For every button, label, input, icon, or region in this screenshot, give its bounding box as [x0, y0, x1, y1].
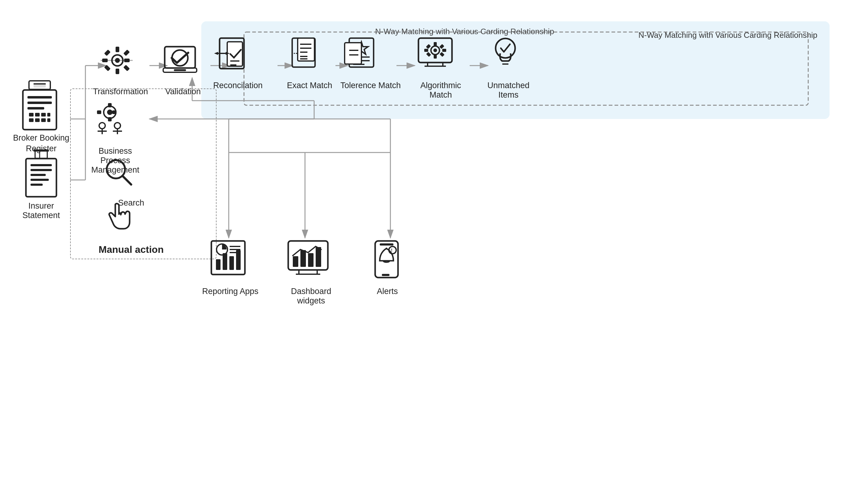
- svg-rect-94: [424, 49, 428, 52]
- svg-rect-44: [31, 179, 49, 181]
- manual-action-label: Manual action: [98, 244, 165, 255]
- nway-title-text: N-Way Matching with Various Carding Rela…: [375, 27, 554, 36]
- insurer-text: Insurer Statement: [11, 201, 72, 220]
- reconciliation-label: Reconcilation: [211, 81, 265, 90]
- insurer-label: Insurer Statement: [11, 201, 72, 220]
- exact-match-text: Exact Match: [287, 81, 333, 90]
- svg-point-91: [433, 49, 437, 52]
- search-text: Search: [118, 198, 144, 208]
- alerts-icon: !: [375, 241, 398, 278]
- reconciliation-icon: [214, 38, 244, 69]
- svg-rect-56: [123, 50, 130, 56]
- svg-rect-92: [434, 42, 437, 46]
- svg-rect-36: [29, 118, 34, 122]
- svg-rect-38: [41, 118, 46, 122]
- svg-rect-134: [380, 243, 394, 246]
- insurer-icon: [26, 149, 56, 197]
- svg-rect-119: [223, 253, 227, 270]
- svg-rect-93: [434, 55, 437, 59]
- reporting-apps-label: Reporting Apps: [200, 287, 261, 296]
- reporting-text: Reporting Apps: [202, 287, 259, 296]
- broker-text: Broker Booking Register: [11, 133, 72, 154]
- svg-rect-26: [27, 96, 52, 98]
- unmatched-items-text: Unmatched Items: [484, 81, 533, 100]
- dashboard-icon: [288, 241, 328, 274]
- svg-rect-107: [97, 111, 101, 114]
- bpm-label: Business Process Management: [85, 146, 146, 175]
- svg-point-109: [99, 123, 105, 129]
- svg-rect-27: [27, 101, 52, 104]
- svg-point-63: [172, 50, 188, 66]
- diagram-container: N-Way Matching with Various Carding Rela…: [0, 0, 868, 488]
- validation-icon: [163, 47, 197, 72]
- svg-rect-42: [31, 169, 52, 171]
- svg-rect-135: [382, 274, 390, 276]
- search-label: Search: [113, 198, 150, 208]
- svg-point-100: [496, 38, 515, 58]
- svg-rect-97: [439, 44, 444, 49]
- svg-rect-41: [31, 164, 52, 166]
- svg-rect-98: [426, 52, 431, 57]
- svg-rect-62: [174, 69, 186, 71]
- svg-rect-51: [116, 47, 119, 52]
- alerts-text: Alerts: [377, 287, 398, 296]
- svg-rect-96: [426, 44, 431, 49]
- svg-rect-39: [47, 118, 50, 122]
- dashboard-widgets-label: Dashboard widgets: [278, 287, 345, 306]
- svg-rect-52: [116, 69, 119, 74]
- tolerance-match-icon: [345, 38, 374, 67]
- svg-point-112: [114, 123, 121, 129]
- svg-rect-33: [35, 113, 40, 117]
- svg-rect-129: [293, 256, 298, 267]
- exact-match-icon: [292, 38, 315, 67]
- alerts-label: Alerts: [369, 287, 406, 296]
- algorithmic-match-label: Algorithmic Match: [410, 81, 471, 100]
- svg-rect-34: [41, 113, 46, 117]
- broker-label: Broker Booking Register: [11, 133, 72, 154]
- svg-rect-120: [229, 256, 234, 270]
- tolerance-match-label: Tolerence Match: [340, 81, 401, 90]
- svg-rect-25: [23, 90, 56, 130]
- validation-label: Validation: [156, 87, 211, 96]
- svg-rect-72: [298, 38, 314, 61]
- transformation-icon: [101, 47, 133, 74]
- svg-rect-99: [439, 52, 444, 57]
- reporting-apps-icon: [211, 241, 245, 274]
- broker-icon: [23, 81, 56, 130]
- exact-match-label: Exact Match: [285, 81, 334, 90]
- svg-rect-118: [216, 259, 220, 270]
- svg-point-104: [107, 110, 113, 115]
- svg-text:!: !: [391, 248, 393, 252]
- svg-rect-45: [31, 184, 43, 186]
- svg-rect-31: [34, 83, 46, 85]
- tolerance-match-text: Tolerence Match: [340, 81, 401, 90]
- svg-rect-108: [112, 111, 117, 114]
- svg-rect-58: [123, 65, 130, 71]
- svg-rect-105: [108, 103, 112, 108]
- svg-rect-84: [345, 43, 362, 64]
- svg-rect-106: [108, 117, 112, 121]
- manual-action-text: Manual action: [98, 244, 163, 255]
- transformation-text: Transformation: [93, 87, 148, 96]
- svg-rect-37: [35, 118, 40, 122]
- dashboard-text: Dashboard widgets: [278, 287, 345, 306]
- algorithmic-match-text: Algorithmic Match: [410, 81, 471, 100]
- algorithmic-match-icon: [418, 38, 452, 66]
- reconciliation-text: Reconcilation: [213, 81, 262, 90]
- svg-rect-132: [316, 247, 321, 267]
- bpm-text: Business Process Management: [85, 146, 146, 175]
- svg-point-137: [389, 246, 396, 254]
- svg-marker-69: [214, 52, 218, 55]
- svg-rect-28: [27, 107, 44, 110]
- svg-rect-43: [31, 174, 46, 176]
- unmatched-items-icon: [496, 38, 515, 64]
- svg-rect-55: [104, 50, 111, 56]
- svg-rect-35: [47, 113, 50, 117]
- svg-rect-95: [442, 49, 446, 52]
- validation-text: Validation: [165, 87, 201, 96]
- svg-line-116: [123, 176, 131, 185]
- transformation-label: Transformation: [90, 87, 151, 96]
- bpm-icon: [97, 103, 122, 134]
- svg-rect-130: [301, 250, 306, 267]
- svg-rect-131: [308, 253, 313, 267]
